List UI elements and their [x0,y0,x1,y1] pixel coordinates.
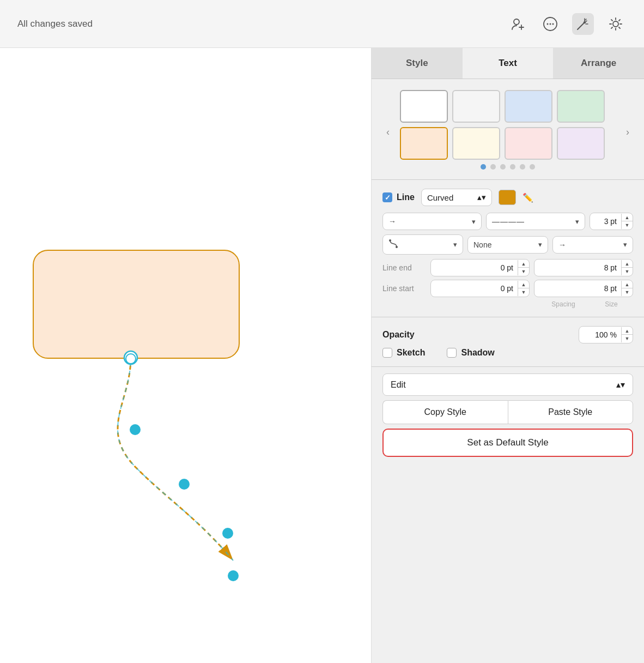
more-options-icon[interactable] [539,13,561,35]
edit-label: Edit [391,380,406,390]
magic-wand-icon[interactable] [572,13,594,35]
line-start-size-stepper[interactable]: ▲ ▼ [621,281,633,296]
copy-style-button[interactable]: Copy Style [382,400,508,424]
swatch-light-pink[interactable] [505,127,552,160]
opacity-down[interactable]: ▼ [622,335,633,342]
waypoint-dropdown[interactable]: None ▾ [467,236,548,254]
shape-rectangle[interactable] [33,250,240,359]
line-end-spacing-down[interactable]: ▼ [518,268,529,275]
line-main-row: Line Curved ▴▾ ✏️ [382,189,633,206]
line-weight-value: 3 pt [590,213,621,230]
line-weight-input[interactable]: 3 pt ▲ ▼ [590,213,633,230]
pencil-icon[interactable]: ✏️ [523,192,533,203]
line-end-spacing-stepper[interactable]: ▲ ▼ [518,260,529,275]
swatch-light-blue[interactable] [505,90,552,123]
line-start-spacing-value: 0 pt [431,280,518,297]
swatch-dot-0[interactable] [481,164,486,170]
waypoint-chevron: ▾ [538,240,542,249]
sketch-checkbox[interactable] [382,348,392,358]
swatch-peach[interactable] [400,127,448,160]
svg-point-4 [547,23,549,25]
svg-point-0 [514,19,519,25]
line-start-size-down[interactable]: ▼ [622,288,633,296]
line-end-spacing-up[interactable]: ▲ [518,260,529,268]
spacing-label: Spacing [542,300,585,308]
panel-tabs: Style Text Arrange [372,48,644,79]
swatches-prev-button[interactable]: ‹ [380,124,396,140]
line-color-swatch[interactable] [499,190,516,205]
shadow-label[interactable]: Shadow [447,348,494,358]
swatches-next-button[interactable]: › [620,124,635,140]
edit-chevron: ▴▾ [616,379,625,390]
tab-text[interactable]: Text [463,48,554,79]
paste-style-button[interactable]: Paste Style [508,400,634,424]
edit-dropdown[interactable]: Edit ▴▾ [382,373,633,396]
tab-arrange[interactable]: Arrange [553,48,644,79]
line-end-spacing-value: 0 pt [431,260,518,276]
line-dash-value: ———— [492,217,525,226]
line-start-spacing-input[interactable]: 0 pt ▲ ▼ [430,280,530,297]
arrow-type-chevron: ▾ [472,218,476,226]
line-weight-up[interactable]: ▲ [622,214,633,221]
spacing-size-labels: Spacing Size [382,300,633,308]
opacity-row: Opacity 100 % ▲ ▼ [382,326,633,343]
line-style-chevron: ▴▾ [477,192,486,202]
shadow-checkbox[interactable] [447,348,457,358]
swatch-white[interactable] [400,90,448,123]
swatch-dots [400,164,616,170]
swatch-light-green[interactable] [557,90,605,123]
line-start-spacing-up[interactable]: ▲ [518,281,529,288]
opacity-up[interactable]: ▲ [622,327,633,335]
swatch-light-purple[interactable] [557,127,605,160]
swatch-light-yellow[interactable] [452,127,500,160]
line-checkbox-label[interactable]: Line [382,192,415,202]
line-start-spacing-down[interactable]: ▼ [518,288,529,296]
opacity-input[interactable]: 100 % ▲ ▼ [579,326,633,343]
line-end-size-down[interactable]: ▼ [622,268,633,275]
swatch-dot-2[interactable] [500,164,506,170]
swatch-light-gray[interactable] [452,90,500,123]
connector-type-chevron: ▾ [453,240,457,249]
add-user-icon[interactable] [507,13,528,35]
svg-point-6 [552,23,554,25]
line-end-size-up[interactable]: ▲ [622,260,633,268]
line-start-size-input[interactable]: 8 pt ▲ ▼ [534,280,633,297]
header: All changes saved [0,0,644,48]
sun-icon[interactable] [605,13,627,35]
svg-line-21 [611,27,612,28]
end-arrow-dropdown[interactable]: → ▾ [552,236,633,254]
line-start-size-value: 8 pt [534,280,621,297]
sketch-label[interactable]: Sketch [382,348,425,358]
line-checkbox[interactable] [382,192,392,202]
line-end-size-input[interactable]: 8 pt ▲ ▼ [534,259,633,276]
line-weight-down[interactable]: ▼ [622,221,633,229]
opacity-section: Opacity 100 % ▲ ▼ Sketch Shadow [372,317,644,366]
tab-style[interactable]: Style [372,48,463,79]
opacity-stepper[interactable]: ▲ ▼ [621,327,633,342]
line-weight-stepper[interactable]: ▲ ▼ [621,214,633,229]
connector-type-dropdown[interactable]: ▾ [382,234,463,255]
line-end-size-stepper[interactable]: ▲ ▼ [621,260,633,275]
svg-point-27 [179,479,190,490]
arrow-type-dropdown[interactable]: → ▾ [382,213,482,230]
svg-point-30 [389,239,391,242]
line-start-spacing-stepper[interactable]: ▲ ▼ [518,281,529,296]
edit-section: Edit ▴▾ Copy Style Paste Style Set as De… [372,367,644,461]
line-dash-dropdown[interactable]: ———— ▾ [486,213,585,230]
right-panel: Style Text Arrange ‹ [372,48,644,663]
line-start-size-up[interactable]: ▲ [622,281,633,288]
header-icons [507,13,627,35]
line-end-row: Line end 0 pt ▲ ▼ 8 pt ▲ [382,259,633,276]
line-end-inputs: 0 pt ▲ ▼ 8 pt ▲ ▼ [430,259,633,276]
set-default-button[interactable]: Set as Default Style [382,429,633,457]
canvas-area[interactable] [0,48,372,663]
sketch-shadow-row: Sketch Shadow [382,348,633,358]
swatch-dot-3[interactable] [510,164,515,170]
line-end-label: Line end [382,263,426,272]
swatch-dot-4[interactable] [520,164,525,170]
swatch-dot-5[interactable] [530,164,535,170]
swatch-dot-1[interactable] [490,164,496,170]
swatches-row-1 [400,90,616,123]
line-end-spacing-input[interactable]: 0 pt ▲ ▼ [430,259,530,276]
line-style-dropdown[interactable]: Curved ▴▾ [421,189,492,206]
